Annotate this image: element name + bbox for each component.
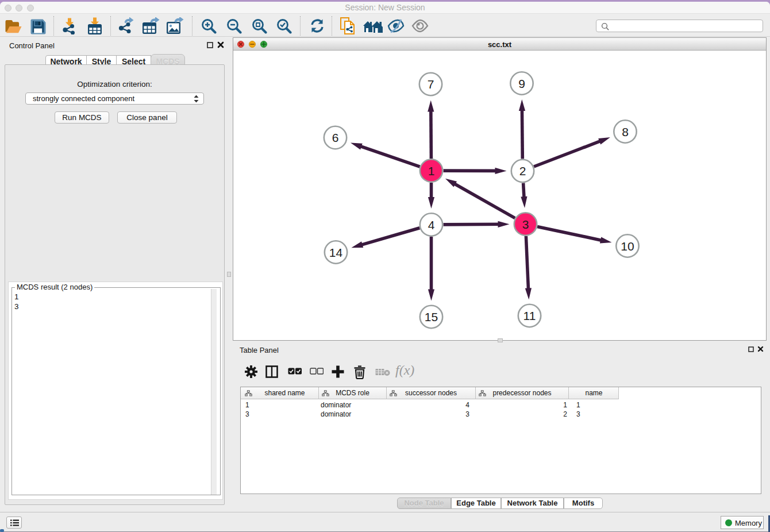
- svg-text:15: 15: [425, 310, 438, 323]
- svg-text:6: 6: [332, 131, 339, 144]
- svg-text:14: 14: [329, 246, 343, 259]
- svg-text:1: 1: [428, 164, 435, 178]
- svg-text:3: 3: [522, 218, 529, 231]
- svg-text:7: 7: [428, 78, 434, 91]
- svg-text:10: 10: [621, 240, 634, 253]
- svg-text:2: 2: [519, 164, 526, 178]
- svg-text:11: 11: [523, 309, 536, 322]
- svg-text:4: 4: [428, 218, 435, 232]
- svg-text:8: 8: [622, 125, 629, 138]
- svg-text:9: 9: [518, 77, 525, 90]
